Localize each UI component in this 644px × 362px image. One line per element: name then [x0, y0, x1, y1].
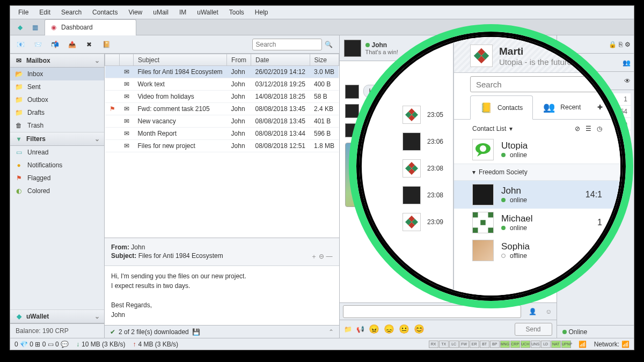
- menu-edit[interactable]: Edit: [34, 7, 56, 18]
- filter-unread[interactable]: ▭Unread: [10, 146, 104, 159]
- col-date[interactable]: Date: [251, 54, 310, 66]
- avatar: [402, 159, 421, 178]
- filter-colored[interactable]: ◐Colored: [10, 184, 104, 197]
- list-icon[interactable]: ☰: [586, 125, 591, 132]
- preview-actions[interactable]: ＋ ⊖ —: [311, 252, 333, 261]
- save-icon[interactable]: 💾: [192, 328, 200, 336]
- contact-time: 1: [624, 95, 627, 103]
- contact-status: online: [510, 196, 527, 204]
- tab-recent[interactable]: 👥 Recent: [533, 95, 591, 119]
- contact-group[interactable]: ▾ Freedom Society: [454, 164, 620, 181]
- add-button[interactable]: ✚: [595, 95, 604, 119]
- contact-michael[interactable]: Michael online 1: [454, 209, 620, 237]
- col-size[interactable]: Size: [310, 54, 339, 66]
- lock-icon[interactable]: 🔒: [609, 41, 617, 48]
- mail-body: ✉ Mailbox ⌄ 📂Inbox 📁Sent 📁Outbox 📁Drafts…: [10, 54, 339, 338]
- contact-john[interactable]: John online 14:1: [454, 181, 620, 209]
- message-row[interactable]: ✉Video from holidaysJohn14/08/2018 18:25…: [105, 91, 339, 103]
- chevron-icon[interactable]: ⌃: [328, 328, 334, 336]
- diamond-icon[interactable]: ◆: [13, 21, 26, 34]
- emoji-sad-icon[interactable]: 😞: [384, 324, 394, 334]
- subject-cell: Video from holidays: [134, 91, 227, 103]
- toggle-icon[interactable]: 👁: [624, 77, 631, 85]
- tab-dashboard-label: Dashboard: [61, 24, 93, 31]
- col-subject[interactable]: Subject: [134, 54, 227, 66]
- menu-file[interactable]: File: [13, 7, 34, 18]
- compose-icon[interactable]: 📧: [13, 38, 27, 51]
- filter-notifications[interactable]: ●Notifications: [10, 159, 104, 172]
- status-dot-icon: [501, 226, 506, 230]
- grid-icon[interactable]: ▦: [28, 21, 41, 34]
- book-icon[interactable]: 📔: [99, 38, 113, 51]
- menu-uwallet[interactable]: uWallet: [192, 7, 224, 18]
- menu-im[interactable]: IM: [174, 7, 192, 18]
- tab-dashboard[interactable]: ◉ Dashboard: [45, 19, 136, 35]
- reply-all-icon[interactable]: 📬: [48, 38, 62, 51]
- delete-icon[interactable]: ✖: [82, 38, 96, 51]
- add-contact-icon[interactable]: 👥: [623, 59, 631, 67]
- mailbox-header[interactable]: ✉ Mailbox ⌄: [10, 54, 104, 68]
- folder-inbox[interactable]: 📂Inbox: [10, 68, 104, 80]
- filters-header[interactable]: ▾ Filters ⌄: [10, 132, 104, 146]
- zoom-search-input[interactable]: [470, 76, 604, 92]
- avatar: [402, 132, 421, 151]
- status-signal: 📶: [579, 341, 587, 348]
- folder-outbox[interactable]: 📁Outbox: [10, 93, 104, 106]
- copy-icon[interactable]: ⎘: [619, 41, 623, 48]
- menu-contacts[interactable]: Contacts: [87, 7, 123, 18]
- message-row[interactable]: ⚑✉Fwd: comment task 2105John08/08/2018 1…: [105, 103, 339, 115]
- svg-rect-3: [473, 212, 478, 218]
- menu-umail[interactable]: uMail: [148, 7, 174, 18]
- menu-view[interactable]: View: [123, 7, 148, 18]
- folder-icon: 📁: [14, 95, 23, 104]
- mail-search-input[interactable]: [252, 39, 322, 50]
- clock-icon[interactable]: ◷: [597, 125, 602, 132]
- indicator-bt: BT: [480, 341, 489, 348]
- subject-cell: Files for new project: [134, 140, 227, 152]
- emoji-neutral-icon[interactable]: 😐: [399, 324, 409, 334]
- contact-sophia[interactable]: Sophia offline: [454, 237, 620, 264]
- folder-label: Drafts: [27, 109, 45, 116]
- time-label: 23:06: [427, 138, 443, 145]
- contact-list-header[interactable]: Contact List ▾ ⊘ ☰ ◷: [454, 120, 620, 136]
- folder-icon[interactable]: 📁: [344, 326, 352, 333]
- message-row[interactable]: ✉New vacancyJohn08/08/2018 13:45401 B: [105, 115, 339, 128]
- reply-icon[interactable]: 📨: [31, 38, 45, 51]
- tab-contacts[interactable]: 📒 Contacts: [470, 95, 533, 120]
- svg-rect-4: [488, 212, 494, 218]
- menu-help[interactable]: Help: [250, 7, 274, 18]
- flag-cell: [105, 91, 120, 103]
- message-row[interactable]: ✉Files for new projectJohn08/08/2018 12:…: [105, 140, 339, 152]
- col-from[interactable]: From: [227, 54, 251, 66]
- tools-icon[interactable]: ⚙: [625, 41, 631, 48]
- emoji-angry-icon[interactable]: 😠: [369, 324, 379, 334]
- folder-sent[interactable]: 📁Sent: [10, 80, 104, 93]
- mail-pane: 📧 📨 📬 📤 ✖ 📔 🔍 ✉ Mailbox ⌄: [10, 35, 340, 338]
- eye-off-icon[interactable]: ⊘: [575, 125, 580, 132]
- size-cell: 58 B: [310, 91, 339, 103]
- message-row[interactable]: ✉Month ReportJohn08/08/2018 13:44596 B: [105, 128, 339, 140]
- emoji-happy-icon[interactable]: 😊: [414, 324, 425, 334]
- search-icon[interactable]: 🔍: [322, 38, 336, 51]
- send-button[interactable]: Send: [515, 323, 552, 336]
- time-label: 23:08: [427, 165, 443, 172]
- forward-icon[interactable]: 📤: [65, 38, 79, 51]
- megaphone-icon[interactable]: 📢: [356, 326, 364, 333]
- folder-drafts[interactable]: 📁Drafts: [10, 106, 104, 119]
- menu-tools[interactable]: Tools: [224, 7, 250, 18]
- message-row[interactable]: ✉Work textJohn03/12/2018 19:25400 B: [105, 78, 339, 91]
- uwallet-header[interactable]: ◆ uWallet ⌄: [10, 309, 104, 323]
- from-cell: John: [227, 115, 251, 128]
- contact-time: 14:1: [586, 190, 602, 200]
- col-flag[interactable]: [105, 54, 120, 66]
- download-status: ✔ 2 of 2 file(s) downloaded 💾 ⌃: [105, 325, 339, 338]
- contact-utopia[interactable]: Utopia online: [454, 136, 620, 164]
- message-row[interactable]: ✉Files for Anti 1984 EcosystemJohn26/02/…: [105, 66, 339, 78]
- filter-flagged[interactable]: ⚑Flagged: [10, 172, 104, 184]
- menu-search[interactable]: Search: [56, 7, 87, 18]
- emoji-icon[interactable]: ☺: [541, 308, 556, 315]
- chevron-icon: ⌄: [94, 57, 100, 64]
- col-icon[interactable]: [120, 54, 134, 66]
- attach-icon[interactable]: 👤: [524, 308, 541, 315]
- folder-trash[interactable]: 🗑Trash: [10, 119, 104, 132]
